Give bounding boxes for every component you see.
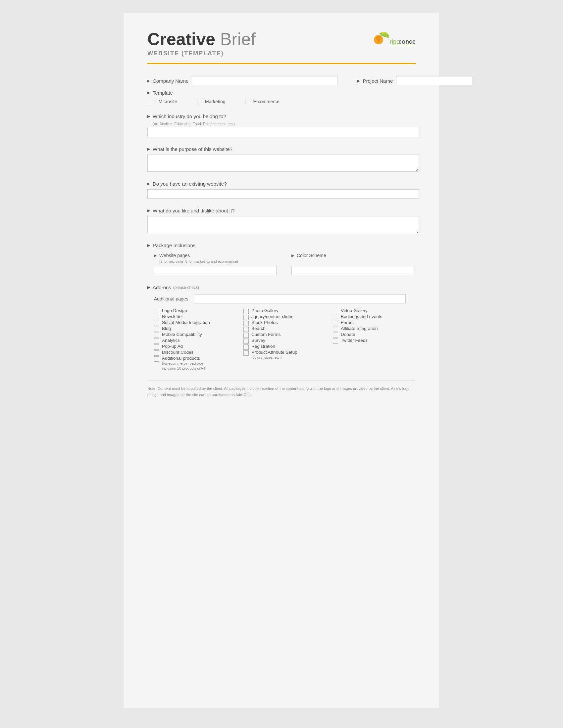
- checkbox-analytics[interactable]: [154, 339, 159, 344]
- main-title: Creative Brief: [147, 30, 256, 49]
- addons-checkbox-grid: Logo Design Newsletter Social Media Inte…: [154, 308, 416, 371]
- purpose-block: ▶ What is the purpose of this website?: [147, 146, 416, 172]
- gold-divider: [147, 63, 416, 64]
- checkbox-social-media[interactable]: [154, 321, 159, 326]
- checkbox-product-attribute[interactable]: [243, 350, 249, 356]
- checkbox-discount[interactable]: [154, 350, 159, 356]
- checkbox-custom-forms[interactable]: [243, 333, 249, 338]
- checkbox-survey[interactable]: [243, 339, 249, 344]
- package-inclusions: ▶ Package Inclusions ▶ Website pages (2 …: [147, 243, 416, 275]
- cb-blog: Blog: [154, 326, 237, 332]
- website-pages-label: ▶ Website pages: [154, 253, 278, 258]
- purpose-input[interactable]: [147, 155, 419, 172]
- addons-section: ▶ Add-ons (please check) Additional page…: [147, 285, 416, 371]
- website-pages-input[interactable]: [154, 266, 276, 275]
- industry-label: ▶ Which industry do you belong to?: [147, 114, 416, 119]
- please-check-note: (please check): [173, 285, 199, 290]
- checkbox-twitter[interactable]: [333, 339, 338, 344]
- svg-text:concepts: concepts: [399, 38, 416, 45]
- like-dislike-input[interactable]: [147, 216, 419, 233]
- arrow-icon9: ▶: [154, 253, 157, 258]
- cb-custom-forms: Custom Forms: [243, 332, 326, 338]
- subtitle: WEBSITE (TEMPLATE): [147, 50, 256, 57]
- cb-twitter: Twitter Feeds: [333, 338, 416, 344]
- checkbox-mobile[interactable]: [154, 333, 159, 338]
- header: Creative Brief WEBSITE (TEMPLATE) ripe c…: [147, 30, 416, 57]
- cb-stock-photos: Stock Photos: [243, 320, 326, 326]
- arrow-icon7: ▶: [147, 208, 150, 213]
- addons-col2: Photo Gallery Jquery/content slider Stoc…: [243, 308, 326, 371]
- color-scheme-note: [297, 259, 416, 263]
- additional-pages-input[interactable]: [194, 294, 406, 303]
- cb-registration: Registration: [243, 344, 326, 350]
- template-microsite: Microsite: [151, 99, 177, 104]
- project-name-label: ▶ Project Name: [357, 78, 393, 84]
- website-pages-note: (2 for microsite, 5 for marketing and ec…: [159, 259, 278, 263]
- company-name-input[interactable]: [192, 76, 338, 85]
- existing-website-input[interactable]: [147, 189, 419, 199]
- existing-website-label: ▶ Do you have an existing website?: [147, 181, 416, 187]
- cb-discount: Discount Codes: [154, 350, 237, 356]
- checkbox-affiliate[interactable]: [333, 327, 338, 332]
- cb-social-media: Social Media Integration: [154, 320, 237, 326]
- addons-col3: Video Gallery Bookings and events Forum …: [333, 308, 416, 371]
- project-name-field: ▶ Project Name: [357, 76, 472, 85]
- checkbox-search[interactable]: [243, 327, 249, 332]
- checkbox-bookings[interactable]: [333, 315, 338, 320]
- checkbox-registration[interactable]: [243, 344, 249, 350]
- cb-bookings: Bookings and events: [333, 314, 416, 320]
- arrow-icon11: ▶: [147, 285, 150, 290]
- checkbox-stock-photos[interactable]: [243, 321, 249, 326]
- cb-video-gallery: Video Gallery: [333, 308, 416, 314]
- arrow-icon4: ▶: [147, 114, 150, 118]
- checkbox-marketing[interactable]: [197, 99, 202, 104]
- additional-pages-label: Additional pages: [154, 296, 188, 301]
- cb-popup: Pop-up Ad: [154, 344, 237, 350]
- like-dislike-label: ▶ What do you like and dislike about it?: [147, 208, 416, 213]
- checkbox-photo-gallery[interactable]: [243, 309, 249, 314]
- checkbox-jquery[interactable]: [243, 315, 249, 320]
- arrow-icon: ▶: [147, 79, 150, 83]
- arrow-icon10: ▶: [292, 253, 294, 258]
- cb-search: Search: [243, 326, 326, 332]
- company-name-label: ▶ Company Name: [147, 78, 188, 84]
- arrow-icon2: ▶: [357, 79, 360, 83]
- checkbox-logo-design[interactable]: [154, 309, 159, 314]
- cb-logo-design: Logo Design: [154, 308, 237, 314]
- checkbox-forum[interactable]: [333, 321, 338, 326]
- checkbox-ecommerce[interactable]: [245, 99, 250, 104]
- checkbox-additional-products[interactable]: [154, 356, 159, 362]
- checkbox-video-gallery[interactable]: [333, 309, 338, 314]
- company-name-field: ▶ Company Name: [147, 76, 338, 85]
- cb-product-attribute: Product Attribute Setup (colors, sizes, …: [243, 350, 326, 360]
- color-scheme-input[interactable]: [292, 266, 414, 275]
- arrow-icon3: ▶: [147, 91, 150, 95]
- logo-area: ripe concepts: [363, 30, 416, 56]
- cb-forum: Forum: [333, 320, 416, 326]
- checkbox-blog[interactable]: [154, 327, 159, 332]
- like-dislike-block: ▶ What do you like and dislike about it?: [147, 208, 416, 233]
- addons-title: ▶ Add-ons (please check): [147, 285, 416, 290]
- company-project-row: ▶ Company Name ▶ Project Name: [147, 76, 416, 85]
- project-name-input[interactable]: [396, 76, 472, 85]
- checkbox-microsite[interactable]: [151, 99, 156, 104]
- cb-mobile: Mobile Compatibility: [154, 332, 237, 338]
- checkbox-donate[interactable]: [333, 333, 338, 338]
- arrow-icon5: ▶: [147, 147, 150, 151]
- package-inclusions-label: ▶ Package Inclusions: [147, 243, 416, 248]
- checkbox-popup[interactable]: [154, 344, 159, 350]
- existing-website-block: ▶ Do you have an existing website?: [147, 181, 416, 199]
- checkbox-newsletter[interactable]: [154, 315, 159, 320]
- cb-photo-gallery: Photo Gallery: [243, 308, 326, 314]
- additional-pages-row: Additional pages: [154, 294, 416, 303]
- arrow-icon8: ▶: [147, 243, 150, 248]
- marketing-label: Marketing: [205, 99, 225, 104]
- cb-additional-products: Additional products (for ecommerce, pack…: [154, 356, 237, 371]
- industry-input[interactable]: [147, 128, 419, 137]
- package-col-right: ▶ Color Scheme: [292, 253, 416, 275]
- cb-survey: Survey: [243, 338, 326, 344]
- template-marketing: Marketing: [197, 99, 225, 104]
- template-ecommerce: E-commerce: [245, 99, 279, 104]
- ecommerce-label: E-commerce: [253, 99, 279, 104]
- template-section: ▶ Template Microsite Marketing E-commerc…: [147, 90, 416, 104]
